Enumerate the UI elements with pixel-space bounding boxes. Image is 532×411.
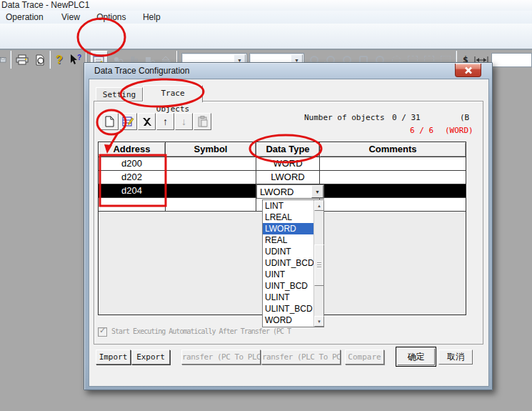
check-icon: ✓ xyxy=(99,326,106,335)
dropdown-option[interactable]: UDINT xyxy=(263,246,314,257)
up-arrow-icon: ↑ xyxy=(163,116,168,127)
transfer-pc-to-plc-button[interactable]: ransfer (PC To PLC xyxy=(181,350,261,365)
cell-symbol[interactable] xyxy=(166,184,256,198)
tab-trace-objects-label: Trace Objects xyxy=(156,89,189,114)
data-type-combo-value: LWORD xyxy=(260,186,293,198)
scrollbar-thumb[interactable] xyxy=(314,244,324,286)
delete-x-icon xyxy=(142,117,152,127)
table-row[interactable]: d202 LWORD xyxy=(99,171,466,184)
cell-symbol[interactable] xyxy=(166,198,256,212)
dropdown-option[interactable]: WORD xyxy=(263,315,314,326)
dropdown-option[interactable]: UINT_BCD xyxy=(263,280,314,292)
dropdown-option[interactable]: ULINT_BCD xyxy=(263,303,314,315)
column-header-symbol[interactable]: Symbol xyxy=(166,142,256,157)
window-title: Data Trace - NewPLC1 xyxy=(1,0,89,10)
menu-bar: Operation View Options Help xyxy=(0,11,532,24)
cell-data-type[interactable]: LWORD xyxy=(256,171,320,184)
number-of-objects-count: 0 / 31 xyxy=(392,113,421,122)
cell-symbol[interactable] xyxy=(166,171,256,184)
tab-trace-objects[interactable]: Trace Objects xyxy=(143,85,203,102)
start-executing-label: Start Executing Automatically After Tran… xyxy=(111,327,291,335)
cell-address[interactable]: d204 xyxy=(99,184,166,198)
data-type-combo-editor[interactable]: LWORD ▼ xyxy=(256,184,324,199)
dropdown-scrollbar[interactable]: ▲ ▼ xyxy=(313,200,323,327)
menu-view[interactable]: View xyxy=(56,11,86,24)
print-icon[interactable] xyxy=(14,52,30,67)
number-of-objects-clipped: (B xyxy=(460,113,469,122)
column-header-address[interactable]: Address xyxy=(99,142,166,157)
cell-address[interactable]: d200 xyxy=(99,157,166,171)
dropdown-option[interactable]: UDINT_BCD xyxy=(263,257,314,269)
edit-pencil-icon xyxy=(122,116,134,127)
tab-setting[interactable]: Setting xyxy=(96,87,143,101)
cell-comments[interactable] xyxy=(320,171,466,184)
down-arrow-icon: ↓ xyxy=(181,116,186,127)
number-of-objects-label: Number of objects xyxy=(304,113,385,122)
ok-button[interactable]: 确定 xyxy=(396,347,436,367)
cell-comments[interactable] xyxy=(320,157,466,171)
cell-address[interactable]: d202 xyxy=(99,171,166,184)
paste-object-button[interactable] xyxy=(194,113,211,130)
chevron-down-icon[interactable]: ▼ xyxy=(311,185,323,198)
dropdown-option-selected[interactable]: LWORD xyxy=(263,223,314,234)
dropdown-option[interactable]: LREAL xyxy=(263,212,314,223)
window-titlebar: Data Trace - NewPLC1 xyxy=(0,0,532,11)
close-button[interactable] xyxy=(455,64,481,77)
export-button[interactable]: Export xyxy=(131,350,170,365)
dropdown-option[interactable]: LINT xyxy=(263,200,314,212)
new-page-icon xyxy=(105,116,114,127)
new-object-button[interactable] xyxy=(101,113,119,130)
toolbar-text-field[interactable] xyxy=(491,53,532,67)
import-button[interactable]: Import xyxy=(96,350,131,365)
data-type-dropdown-list: LINT LREAL LWORD REAL UDINT UDINT_BCD UI… xyxy=(262,199,324,327)
column-header-data-type[interactable]: Data Type xyxy=(256,142,320,157)
table-header-row: Address Symbol Data Type Comments xyxy=(99,142,466,157)
screen: Data Trace - NewPLC1 Operation View Opti… xyxy=(0,0,532,411)
start-executing-checkbox[interactable]: ✓ xyxy=(98,327,107,337)
transfer-plc-to-pc-button[interactable]: ransfer (PLC To PC xyxy=(261,350,341,365)
dialog-title: Data Trace Configuration xyxy=(94,66,189,76)
column-header-comments[interactable]: Comments xyxy=(320,142,466,157)
dropdown-option[interactable]: REAL xyxy=(263,234,314,246)
delete-object-button[interactable] xyxy=(138,113,156,130)
tab-setting-label: Setting xyxy=(103,90,136,99)
context-help-icon[interactable]: ? xyxy=(68,52,84,67)
paste-clipboard-icon xyxy=(198,116,208,127)
scroll-up-icon[interactable]: ▲ xyxy=(314,200,324,211)
help-icon[interactable]: ? xyxy=(54,52,65,67)
svg-text:?: ? xyxy=(77,54,81,61)
edit-object-button[interactable] xyxy=(119,113,137,130)
menu-help[interactable]: Help xyxy=(137,11,166,24)
cell-symbol[interactable] xyxy=(166,157,256,171)
cell-comments[interactable] xyxy=(320,198,466,212)
word-unit-red: (WORD) xyxy=(445,126,473,135)
cell-address[interactable] xyxy=(99,198,166,212)
dropdown-option[interactable]: UINT xyxy=(263,269,314,280)
menu-operation[interactable]: Operation xyxy=(0,11,49,24)
table-row[interactable]: d200 WORD xyxy=(99,157,466,171)
data-trace-configuration-dialog: Data Trace Configuration Setting Trace O… xyxy=(84,62,493,390)
scroll-down-icon[interactable]: ▼ xyxy=(314,316,324,327)
word-count-red: 6 / 6 xyxy=(410,126,433,135)
compare-button[interactable]: Compare xyxy=(345,350,384,365)
menu-options[interactable]: Options xyxy=(91,11,131,24)
dialog-client-area: Setting Trace Objects ↑ ↓ xyxy=(89,79,489,387)
cell-data-type[interactable]: WORD xyxy=(256,157,320,171)
cell-comments[interactable] xyxy=(320,184,466,198)
cancel-button[interactable]: 取消 xyxy=(438,350,473,365)
save-partial-icon[interactable] xyxy=(0,52,6,67)
ok-button-label: 确定 xyxy=(397,348,435,365)
close-icon xyxy=(464,66,473,74)
print-preview-icon[interactable] xyxy=(32,52,48,67)
main-toolbar: ? ? ‖o ▼ ▼ xyxy=(0,24,532,50)
dropdown-option[interactable]: ULINT xyxy=(263,292,314,303)
